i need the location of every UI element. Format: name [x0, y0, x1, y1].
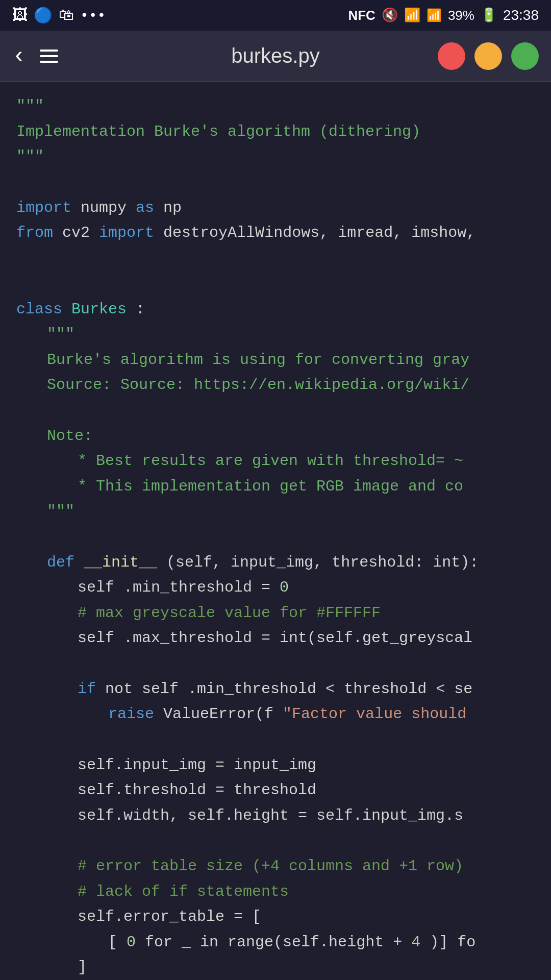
code-line: self.error_table = [ — [16, 904, 535, 930]
top-bar-right — [438, 42, 539, 70]
nfc-icon: NFC — [348, 8, 375, 23]
status-bar-left: 🖼 🔵 🛍 ••• — [12, 6, 106, 25]
code-line: Note: — [16, 424, 535, 449]
signal-icon: 📶 — [427, 8, 442, 23]
green-circle-button[interactable] — [511, 42, 539, 70]
back-button[interactable]: ‹ — [12, 45, 26, 67]
volume-mute-icon: 🔇 — [382, 7, 398, 23]
code-line: # error table size (+4 columns and +1 ro… — [16, 854, 535, 879]
code-line: """ — [16, 499, 535, 525]
more-icon: ••• — [80, 8, 106, 23]
status-bar-right: NFC 🔇 📶 📶 39% 🔋 23:38 — [348, 7, 539, 23]
code-line: self.width, self.height = self.input_img… — [16, 803, 535, 829]
battery-percentage: 39% — [448, 8, 474, 23]
blank-line — [16, 170, 535, 195]
blank-line — [16, 246, 535, 272]
blank-line — [16, 727, 535, 753]
code-line: # max greyscale value for #FFFFFF — [16, 601, 535, 626]
red-circle-button[interactable] — [438, 42, 465, 70]
blank-line — [16, 651, 535, 677]
clock: 23:38 — [503, 7, 539, 23]
code-line: * This implementation get RGB image and … — [16, 474, 535, 500]
code-line: self.input_img = input_img — [16, 753, 535, 778]
file-title: burkes.py — [231, 44, 319, 67]
code-line: Source: Source: https://en.wikipedia.org… — [16, 373, 535, 398]
code-line: import numpy as np — [16, 195, 535, 221]
bag-icon: 🛍 — [59, 6, 74, 24]
code-line: if not self .min_threshold < threshold <… — [16, 677, 535, 702]
code-line: ] — [16, 955, 535, 980]
status-bar: 🖼 🔵 🛍 ••• NFC 🔇 📶 📶 39% 🔋 23:38 — [0, 0, 551, 31]
code-line: * Best results are given with threshold=… — [16, 449, 535, 474]
blank-line — [16, 525, 535, 550]
wifi-icon: 📶 — [404, 7, 420, 23]
code-line: raise ValueError(f "Factor value should — [16, 702, 535, 727]
code-line: [ 0 for _ in range(self.height + 4 )] fo — [16, 930, 535, 955]
code-line: from cv2 import destroyAllWindows, imrea… — [16, 220, 535, 246]
top-bar-left: ‹ — [12, 45, 58, 67]
battery-icon: 🔋 — [481, 7, 497, 23]
code-line: def __init__ (self, input_img, threshold… — [16, 550, 535, 576]
code-editor: """ Implementation Burke's algorithm (di… — [0, 82, 551, 980]
code-line: class Burkes : — [16, 297, 535, 323]
blank-line — [16, 272, 535, 297]
code-line: Implementation Burke's algorithm (dither… — [16, 119, 535, 145]
code-line: self.threshold = threshold — [16, 778, 535, 803]
menu-button[interactable] — [40, 50, 58, 63]
code-line: self .min_threshold = 0 — [16, 575, 535, 601]
photo-icon: 🖼 — [12, 6, 28, 24]
blank-line — [16, 398, 535, 424]
code-line: """ — [16, 322, 535, 348]
code-line: """ — [16, 94, 535, 119]
blank-line — [16, 828, 535, 854]
top-bar: ‹ burkes.py — [0, 31, 551, 82]
code-line: Burke's algorithm is using for convertin… — [16, 348, 535, 373]
code-line: self .max_threshold = int(self.get_greys… — [16, 626, 535, 651]
chrome-icon: 🔵 — [34, 6, 53, 25]
yellow-circle-button[interactable] — [474, 42, 502, 70]
code-line: # lack of if statements — [16, 879, 535, 905]
code-line: """ — [16, 144, 535, 170]
